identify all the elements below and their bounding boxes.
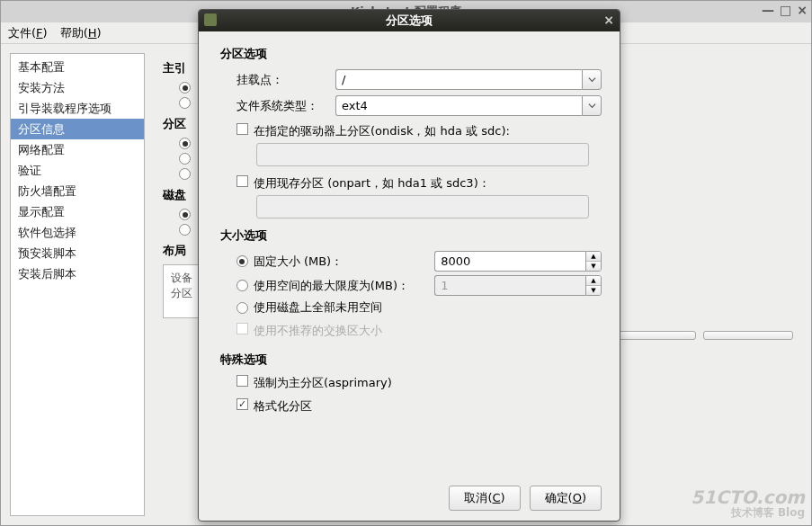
ondisk-label: 在指定的驱动器上分区(ondisk，如 hda 或 sdc): xyxy=(254,123,510,139)
group-partition-options: 分区选项 xyxy=(220,46,602,62)
sidebar-item-9[interactable]: 预安装脚本 xyxy=(11,243,144,263)
radio-icon[interactable] xyxy=(179,138,191,149)
dialog-app-icon xyxy=(204,13,217,26)
sidebar-item-4[interactable]: 网络配置 xyxy=(11,139,144,160)
max-size-stepper: ▲▼ xyxy=(585,275,602,296)
onpart-checkbox[interactable] xyxy=(236,175,248,187)
minimize-icon[interactable]: — xyxy=(762,3,774,17)
filesystem-label: 文件系统类型： xyxy=(236,98,335,114)
ondisk-checkbox[interactable] xyxy=(236,123,248,135)
radio-icon[interactable] xyxy=(179,82,191,94)
mount-point-dropdown-button[interactable] xyxy=(582,69,602,90)
onpart-label: 使用现存分区 (onpart，如 hda1 或 sdc3)： xyxy=(254,175,490,192)
onpart-input xyxy=(256,195,589,218)
sidebar-item-1[interactable]: 安装方法 xyxy=(11,77,144,98)
filesystem-dropdown-button[interactable] xyxy=(582,95,602,116)
menu-file[interactable]: 文件(F) xyxy=(8,25,48,41)
dialog-title: 分区选项 xyxy=(386,13,433,29)
mount-point-label: 挂载点： xyxy=(236,72,335,88)
close-icon[interactable]: × xyxy=(603,13,614,27)
sidebar-item-6[interactable]: 防火墙配置 xyxy=(11,181,144,201)
dialog-titlebar: 分区选项 × xyxy=(199,10,620,31)
radio-icon[interactable] xyxy=(179,209,191,220)
maximize-icon[interactable]: □ xyxy=(780,3,791,17)
format-checkbox[interactable] xyxy=(236,398,248,410)
sidebar-item-0[interactable]: 基本配置 xyxy=(11,57,144,77)
ondisk-input xyxy=(256,143,589,166)
radio-fixed-size[interactable] xyxy=(236,255,248,267)
group-special-options: 特殊选项 xyxy=(220,352,602,368)
sidebar-item-8[interactable]: 软件包选择 xyxy=(11,222,144,243)
radio-icon[interactable] xyxy=(179,97,191,109)
close-main-icon[interactable]: × xyxy=(797,3,808,17)
max-size-label: 使用空间的最大限度为(MB)： xyxy=(254,278,430,294)
fixed-size-label: 固定大小 (MB)： xyxy=(254,254,430,270)
swap-checkbox xyxy=(236,323,248,334)
sidebar: 基本配置安装方法引导装载程序选项分区信息网络配置验证防火墙配置显示配置软件包选择… xyxy=(10,53,145,516)
chevron-down-icon xyxy=(588,102,596,110)
cancel-button[interactable]: 取消(C) xyxy=(449,486,520,511)
sidebar-item-7[interactable]: 显示配置 xyxy=(11,201,144,222)
ok-button[interactable]: 确定(O) xyxy=(530,486,602,511)
radio-icon[interactable] xyxy=(179,168,191,180)
format-label: 格式化分区 xyxy=(254,398,312,415)
max-size-input: 1 xyxy=(434,275,585,296)
sidebar-item-2[interactable]: 引导装载程序选项 xyxy=(11,98,144,119)
sidebar-item-5[interactable]: 验证 xyxy=(11,160,144,181)
bottom-button-2[interactable] xyxy=(703,331,793,340)
chevron-down-icon xyxy=(588,76,596,84)
swap-label: 使用不推荐的交换区大小 xyxy=(254,323,382,339)
sidebar-item-10[interactable]: 安装后脚本 xyxy=(11,263,144,284)
fill-disk-label: 使用磁盘上全部未用空间 xyxy=(254,299,382,316)
filesystem-input[interactable]: ext4 xyxy=(335,95,582,116)
partition-options-dialog: 分区选项 × 分区选项 挂载点： / 文件系统类型： ext4 xyxy=(198,9,620,522)
asprimary-checkbox[interactable] xyxy=(236,375,248,387)
sidebar-item-3[interactable]: 分区信息 xyxy=(11,119,144,139)
radio-fill-disk[interactable] xyxy=(236,302,248,314)
fixed-size-input[interactable]: 8000 xyxy=(434,251,585,272)
group-size-options: 大小选项 xyxy=(220,227,602,244)
menu-help[interactable]: 帮助(H) xyxy=(60,25,102,41)
asprimary-label: 强制为主分区(asprimary) xyxy=(254,375,392,391)
fixed-size-stepper[interactable]: ▲▼ xyxy=(585,251,602,272)
radio-icon[interactable] xyxy=(179,153,191,165)
mount-point-input[interactable]: / xyxy=(335,69,582,90)
radio-icon[interactable] xyxy=(179,224,191,236)
radio-max-size[interactable] xyxy=(236,280,248,291)
